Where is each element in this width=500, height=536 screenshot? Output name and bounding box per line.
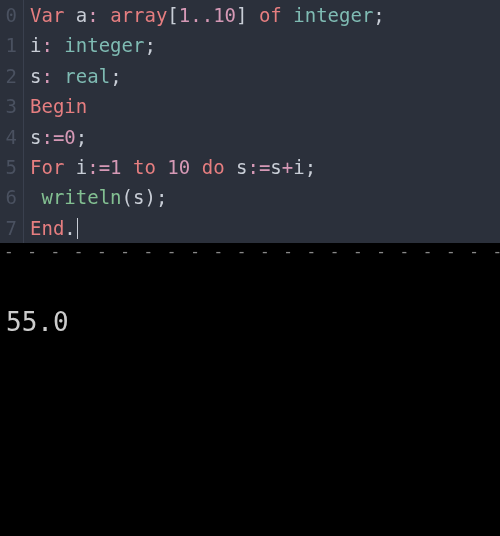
code-content[interactable]: writeln(s);	[24, 182, 167, 212]
line-number: 2	[0, 61, 24, 91]
code-line[interactable]: 1i: integer;	[0, 30, 500, 60]
terminal-output-pane: 55.0	[0, 267, 500, 536]
code-line[interactable]: 6 writeln(s);	[0, 182, 500, 212]
terminal-output-text: 55.0	[6, 307, 69, 337]
line-number: 0	[0, 0, 24, 30]
code-editor[interactable]: 0Var a: array[1..10] of integer;1i: inte…	[0, 0, 500, 243]
code-content[interactable]: i: integer;	[24, 30, 156, 60]
code-content[interactable]: Begin	[24, 91, 87, 121]
line-number: 5	[0, 152, 24, 182]
code-content[interactable]: End.	[24, 213, 78, 243]
code-content[interactable]: s:=0;	[24, 122, 87, 152]
code-line[interactable]: 0Var a: array[1..10] of integer;	[0, 0, 500, 30]
code-line[interactable]: 4s:=0;	[0, 122, 500, 152]
code-content[interactable]: For i:=1 to 10 do s:=s+i;	[24, 152, 316, 182]
line-number: 3	[0, 91, 24, 121]
code-line[interactable]: 7End.	[0, 213, 500, 243]
code-line[interactable]: 2s: real;	[0, 61, 500, 91]
code-line[interactable]: 3Begin	[0, 91, 500, 121]
text-cursor	[77, 218, 78, 239]
line-number: 6	[0, 182, 24, 212]
pane-divider: - - - - - - - - - - - - - - - - - - - - …	[0, 243, 500, 267]
line-number: 7	[0, 213, 24, 243]
code-content[interactable]: s: real;	[24, 61, 122, 91]
code-content[interactable]: Var a: array[1..10] of integer;	[24, 0, 385, 30]
code-line[interactable]: 5For i:=1 to 10 do s:=s+i;	[0, 152, 500, 182]
line-number: 1	[0, 30, 24, 60]
line-number: 4	[0, 122, 24, 152]
